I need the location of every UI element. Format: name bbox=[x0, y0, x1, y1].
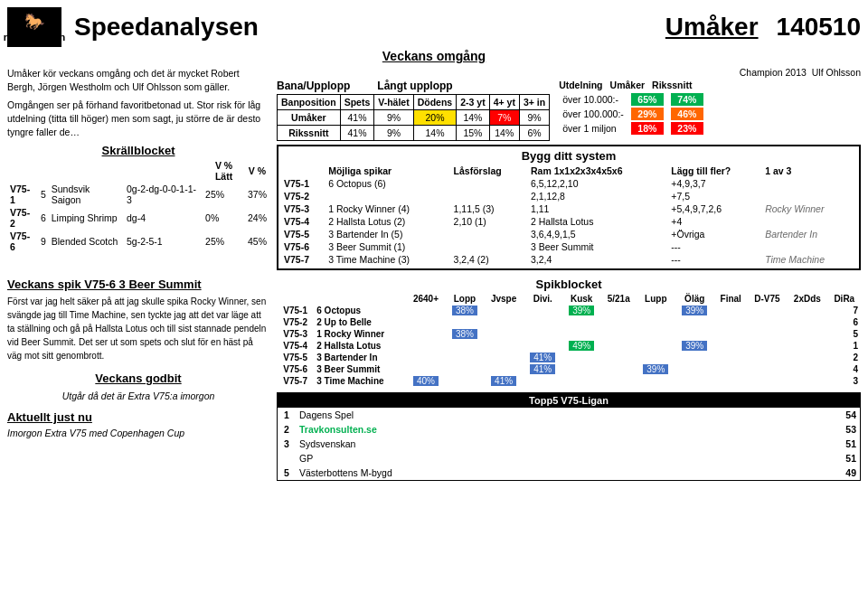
spik-val-9 bbox=[748, 328, 787, 340]
spik-col-kusk: Kusk bbox=[562, 293, 601, 305]
spik-horse: 2 Hallsta Lotus bbox=[314, 340, 406, 352]
spik-row-5: V75-6 3 Beer Summit 41%39%4 bbox=[277, 363, 861, 375]
spik-val-10 bbox=[787, 375, 827, 387]
topp5-row-1: 2 Travkonsulten.se 53 bbox=[278, 422, 860, 437]
spik-col-olag: Öläg bbox=[675, 293, 714, 305]
spik-col-521a: 5/21a bbox=[601, 293, 637, 305]
bygg-title: Bygg ditt system bbox=[281, 149, 856, 163]
spik-val-10 bbox=[787, 305, 827, 316]
bottom-left: Veckans spik V75-6 3 Beer Summit Först v… bbox=[7, 277, 269, 481]
bygg-ram: 2 Hallsta Lotus bbox=[528, 215, 668, 228]
spik-val-4 bbox=[562, 328, 601, 340]
skrall-col-v: V % bbox=[245, 159, 269, 183]
spik-row-1: V75-2 2 Up to Belle 6 bbox=[277, 316, 861, 328]
bygg-las bbox=[451, 177, 528, 190]
spik-val-3 bbox=[524, 340, 562, 352]
bana-header: Bana/Upplopp bbox=[277, 80, 350, 92]
topp5-row-0: 1 Dagens Spel 54 bbox=[278, 408, 860, 422]
spik-val-6 bbox=[637, 375, 675, 387]
bana-umaker-vhalet: 9% bbox=[374, 110, 413, 126]
bygg-spikar: 3 Bartender In (5) bbox=[326, 228, 450, 240]
spik-val-2: 41% bbox=[484, 375, 523, 387]
skrall-row-2: V75-6 9 Blended Scotch 5g-2-5-1 25% 45% bbox=[7, 230, 269, 253]
skrall-vlatt: 25% bbox=[203, 183, 245, 206]
bygg-av3 bbox=[762, 177, 856, 190]
horse-icon: 🐎 bbox=[24, 12, 44, 32]
spik-col-dv75: D-V75 bbox=[748, 293, 787, 305]
bana-col-banpos: Banposition bbox=[278, 95, 341, 110]
topp5-score: 54 bbox=[775, 408, 860, 422]
bana-umaker-dodens: 20% bbox=[413, 110, 457, 126]
spik-horse: 3 Bartender In bbox=[314, 352, 406, 363]
spik-val-11: 2 bbox=[828, 352, 861, 363]
bygg-lagg: +4,9,3,7 bbox=[668, 177, 762, 190]
topp5-score: 49 bbox=[775, 466, 860, 480]
bana-col-dodens: Dödens bbox=[413, 95, 457, 110]
aktuellt-text: Imorgon Extra V75 med Copenhagen Cup bbox=[7, 428, 269, 438]
spik-val-11: 5 bbox=[828, 328, 861, 340]
utd-rikssnitt-10000: 74% bbox=[667, 92, 707, 107]
spik-val-5 bbox=[601, 328, 637, 340]
skrallblocket-table: V % Lätt V % V75-1 5 Sundsvik Saigon 0g-… bbox=[7, 159, 269, 253]
main-layout: Umåker kör veckans omgång och det är myc… bbox=[7, 67, 861, 274]
topp5-name: Travkonsulten.se bbox=[296, 422, 775, 437]
spik-val-2 bbox=[484, 305, 523, 316]
spik-row-2: V75-3 1 Rocky Winner 38%5 bbox=[277, 328, 861, 340]
spik-val-10 bbox=[787, 340, 827, 352]
bygg-spikar: 2 Hallsta Lotus (2) bbox=[326, 215, 450, 228]
utd-row-1miljon: över 1 miljon 18% 23% bbox=[559, 121, 707, 136]
spik-val-8 bbox=[714, 340, 748, 352]
topp5-name: Dagens Spel bbox=[296, 408, 775, 422]
spik-val-6 bbox=[637, 352, 675, 363]
bygg-av3: Time Machine bbox=[762, 253, 856, 266]
spik-val-9 bbox=[748, 340, 787, 352]
bana-umaker-23yt: 14% bbox=[457, 110, 489, 126]
skrall-col-form bbox=[124, 159, 203, 183]
skrall-race: V75-1 bbox=[7, 183, 38, 206]
skrall-col-num bbox=[38, 159, 49, 183]
spik-horse: 3 Beer Summit bbox=[314, 363, 406, 375]
umaker-header: Umåker 140510 bbox=[665, 7, 861, 47]
spik-col-divi: Divi. bbox=[524, 293, 562, 305]
spik-val-9 bbox=[748, 363, 787, 375]
topp5-num: 1 bbox=[278, 408, 296, 422]
spik-col-horse bbox=[314, 293, 406, 305]
spik-val-0 bbox=[406, 328, 445, 340]
bygg-las: 1,11,5 (3) bbox=[451, 202, 528, 215]
logo-area: 🐎 ravkonsulten Speedanalysen bbox=[7, 7, 259, 47]
utd-row-100000: över 100.000:- 29% 46% bbox=[559, 107, 707, 121]
bygg-las: 2,10 (1) bbox=[451, 215, 528, 228]
bygg-spikar: 1 Rocky Winner (4) bbox=[326, 202, 450, 215]
bygg-av3: Rocky Winner bbox=[762, 202, 856, 215]
spik-val-5 bbox=[601, 375, 637, 387]
topp5-num: 2 bbox=[278, 422, 296, 437]
skrall-col-vlatt: V % Lätt bbox=[203, 159, 245, 183]
spik-val-2 bbox=[484, 340, 523, 352]
logo: 🐎 ravkonsulten bbox=[7, 7, 61, 47]
spik-val-4 bbox=[562, 375, 601, 387]
bygg-col-spikar: Möjliga spikar bbox=[326, 165, 450, 177]
spik-val-5 bbox=[601, 316, 637, 328]
veckans-omgang-title: Veckans omgång bbox=[7, 49, 861, 63]
bygg-race: V75-4 bbox=[281, 215, 326, 228]
bygg-ram: 6,5,12,2,10 bbox=[528, 177, 668, 190]
bottom-right: Spikblocket 2640+ Lopp Jvspe Divi. Kusk … bbox=[277, 277, 861, 481]
bana-umaker-name: Umåker bbox=[278, 110, 341, 126]
bana-utdelning-row: Bana/Upplopp Långt upplopp Banposition S… bbox=[277, 80, 861, 141]
skrall-form: 0g-2-dg-0-0-1-1-3 bbox=[124, 183, 203, 206]
spik-val-4 bbox=[562, 316, 601, 328]
bygg-lagg: --- bbox=[668, 253, 762, 266]
skrall-num: 5 bbox=[38, 183, 49, 206]
utd-col-rikssnitt: Rikssnitt bbox=[652, 80, 692, 90]
spik-val-8 bbox=[714, 363, 748, 375]
skrall-race: V75-6 bbox=[7, 230, 38, 253]
bygg-row-5: V75-6 3 Beer Summit (1) 3 Beer Summit --… bbox=[281, 240, 856, 253]
spik-race: V75-6 bbox=[277, 363, 314, 375]
spik-val-8 bbox=[714, 328, 748, 340]
utd-label-1miljon: över 1 miljon bbox=[559, 121, 627, 136]
bygg-race: V75-6 bbox=[281, 240, 326, 253]
bygg-lagg: +Övriga bbox=[668, 228, 762, 240]
spik-val-10 bbox=[787, 352, 827, 363]
bygg-row-3: V75-4 2 Hallsta Lotus (2) 2,10 (1) 2 Hal… bbox=[281, 215, 856, 228]
utd-rikssnitt-100000: 46% bbox=[667, 107, 707, 121]
